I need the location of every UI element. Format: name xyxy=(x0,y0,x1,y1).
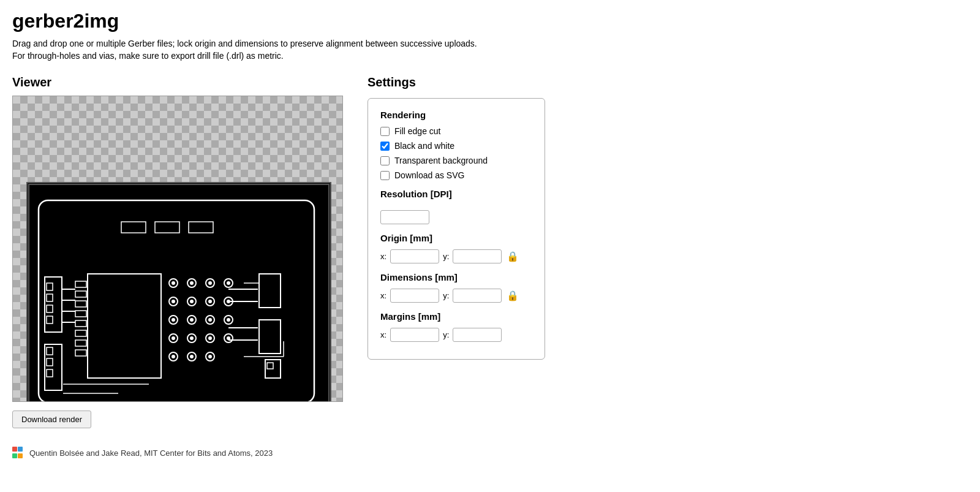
svg-rect-10 xyxy=(47,369,53,377)
svg-point-57 xyxy=(208,355,212,358)
svg-rect-59 xyxy=(259,320,281,354)
fill-edge-cut-checkbox[interactable] xyxy=(380,127,390,136)
svg-rect-4 xyxy=(47,294,53,301)
subtitle-2: For through-holes and vias, make sure to… xyxy=(12,51,968,61)
footer: Quentin Bolsée and Jake Read, MIT Center… xyxy=(12,447,968,459)
margins-x-label: x: xyxy=(380,330,386,339)
margins-x-input[interactable]: 2 xyxy=(390,328,439,342)
download-svg-checkbox[interactable] xyxy=(380,171,390,180)
viewer-canvas[interactable] xyxy=(12,96,343,402)
svg-point-41 xyxy=(208,318,212,322)
svg-point-21 xyxy=(172,281,175,285)
footer-dot-blue xyxy=(18,447,23,452)
svg-point-43 xyxy=(227,318,230,322)
black-white-row: Black and white xyxy=(380,141,532,151)
svg-point-45 xyxy=(172,336,175,340)
download-svg-label[interactable]: Download as SVG xyxy=(394,170,464,180)
svg-rect-0 xyxy=(29,184,329,402)
dimensions-x-input[interactable]: 77.95 xyxy=(390,289,439,303)
margins-y-label: y: xyxy=(443,330,449,339)
transparent-bg-label[interactable]: Transparent background xyxy=(394,156,488,165)
svg-point-53 xyxy=(172,355,175,358)
dimensions-row: x: 77.95 y: 33.95 🔒 xyxy=(380,289,532,303)
resolution-label: Resolution [DPI] xyxy=(380,189,532,199)
svg-rect-75 xyxy=(189,222,213,233)
svg-point-33 xyxy=(208,300,212,303)
svg-rect-73 xyxy=(121,222,146,233)
svg-point-31 xyxy=(190,300,194,303)
footer-dot-red xyxy=(12,447,17,452)
subtitle-1: Drag and drop one or multiple Gerber fil… xyxy=(12,39,968,48)
settings-section: Settings Rendering Fill edge cut Black a… xyxy=(368,75,968,360)
svg-point-27 xyxy=(227,281,230,285)
svg-rect-19 xyxy=(75,350,86,356)
fill-edge-cut-label[interactable]: Fill edge cut xyxy=(394,126,440,136)
svg-rect-15 xyxy=(75,311,86,317)
rendering-label: Rendering xyxy=(380,110,532,120)
footer-text: Quentin Bolsée and Jake Read, MIT Center… xyxy=(29,448,273,458)
svg-rect-72 xyxy=(267,363,273,369)
origin-row: x: 89.775 y: -99.725 🔒 xyxy=(380,249,532,263)
fill-edge-cut-row: Fill edge cut xyxy=(380,126,532,136)
dimensions-label: Dimensions [mm] xyxy=(380,272,532,282)
transparent-bg-checkbox[interactable] xyxy=(380,156,390,165)
origin-label: Origin [mm] xyxy=(380,233,532,243)
svg-rect-6 xyxy=(47,316,53,324)
svg-rect-14 xyxy=(75,301,86,307)
footer-logo xyxy=(12,447,24,459)
resolution-input[interactable]: 1000 xyxy=(380,210,429,224)
svg-rect-7 xyxy=(45,344,62,390)
settings-title: Settings xyxy=(368,75,968,89)
origin-x-input[interactable]: 89.775 xyxy=(390,249,439,263)
svg-point-29 xyxy=(172,300,175,303)
settings-box: Rendering Fill edge cut Black and white … xyxy=(368,98,545,360)
dimensions-lock-icon[interactable]: 🔒 xyxy=(507,290,519,301)
download-svg-row: Download as SVG xyxy=(380,170,532,180)
dimensions-y-label: y: xyxy=(443,291,449,300)
app-title: gerber2img xyxy=(12,10,968,32)
svg-rect-16 xyxy=(75,320,86,327)
svg-rect-3 xyxy=(47,283,53,290)
footer-dot-orange xyxy=(18,453,23,458)
download-render-button[interactable]: Download render xyxy=(12,411,91,428)
transparent-bg-row: Transparent background xyxy=(380,156,532,165)
origin-y-label: y: xyxy=(443,252,449,261)
svg-rect-9 xyxy=(47,358,53,366)
svg-rect-58 xyxy=(259,274,281,308)
pcb-traces xyxy=(26,182,331,402)
svg-rect-13 xyxy=(75,291,86,297)
svg-point-39 xyxy=(190,318,194,322)
margins-label: Margins [mm] xyxy=(380,311,532,322)
svg-rect-5 xyxy=(47,305,53,312)
svg-point-23 xyxy=(190,281,194,285)
svg-rect-8 xyxy=(47,347,53,355)
black-white-label[interactable]: Black and white xyxy=(394,141,454,151)
footer-dot-green xyxy=(12,453,17,458)
svg-rect-11 xyxy=(88,274,161,378)
svg-rect-17 xyxy=(75,330,86,336)
black-white-checkbox[interactable] xyxy=(380,142,390,151)
svg-point-47 xyxy=(190,336,194,340)
origin-y-input[interactable]: -99.725 xyxy=(453,249,502,263)
origin-x-label: x: xyxy=(380,252,386,261)
svg-point-37 xyxy=(172,318,175,322)
dimensions-y-input[interactable]: 33.95 xyxy=(453,289,502,303)
svg-point-55 xyxy=(190,355,194,358)
svg-rect-12 xyxy=(75,281,86,287)
dimensions-x-label: x: xyxy=(380,291,386,300)
margins-row: x: 2 y: 2 xyxy=(380,328,532,342)
viewer-title: Viewer xyxy=(12,75,343,89)
margins-y-input[interactable]: 2 xyxy=(453,328,502,342)
svg-rect-18 xyxy=(75,340,86,346)
svg-point-49 xyxy=(208,336,212,340)
origin-lock-icon[interactable]: 🔒 xyxy=(507,251,519,262)
svg-rect-74 xyxy=(155,222,179,233)
svg-point-25 xyxy=(208,281,212,285)
viewer-section: Viewer xyxy=(12,75,343,428)
